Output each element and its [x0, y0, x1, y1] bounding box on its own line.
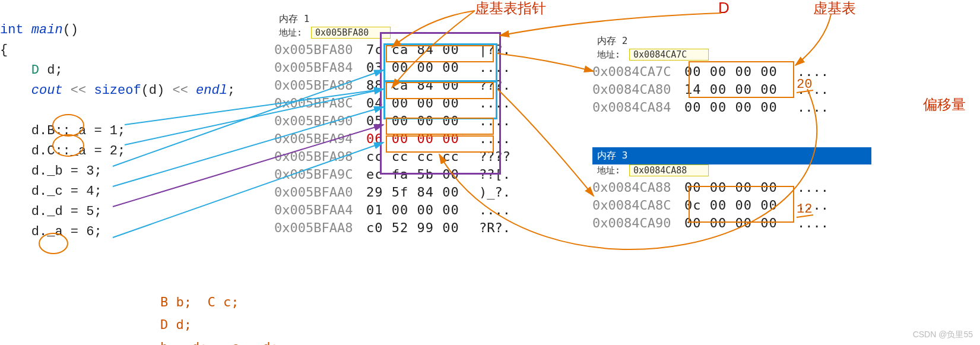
- source-code: int main() { D d; cout << sizeof(d) << e…: [0, 0, 261, 242]
- mem-addr: 0x0084CA8C: [592, 197, 684, 214]
- panel3-addr-label: 地址:: [597, 165, 620, 176]
- panel2-addr-label: 地址:: [597, 49, 620, 60]
- mem-addr: 0x005BFA94: [274, 130, 366, 148]
- bottom-code: B b; C c; D d; b = d; c = d;: [160, 268, 278, 345]
- panel2-title: 内存 2: [592, 33, 871, 49]
- mem-addr: 0x005BFAA4: [274, 201, 366, 219]
- circle-a: [39, 233, 68, 254]
- mem-addr: 0x005BFAA0: [274, 183, 366, 201]
- panel3-addr-input[interactable]: 0x0084CA88: [629, 164, 709, 176]
- mem-addr: 0x0084CA80: [592, 81, 684, 99]
- mem-addr: 0x005BFA90: [274, 112, 366, 130]
- orange-d-box: [386, 118, 494, 135]
- offset-12: 12: [797, 202, 812, 217]
- mem-ascii: ....: [479, 201, 521, 219]
- mem-addr: 0x005BFA8C: [274, 94, 366, 112]
- orange-a-box: [386, 135, 494, 153]
- line-d: d._d = 5;: [0, 204, 102, 219]
- mem-addr: 0x005BFA84: [274, 59, 366, 77]
- label-D: D: [718, 0, 730, 17]
- panel1-addr-input[interactable]: 0x005BFA80: [311, 27, 391, 39]
- mem-addr: 0x005BFA98: [274, 148, 366, 166]
- circle-B-a: [52, 114, 84, 137]
- mem-ascii: ?R?.: [479, 219, 521, 237]
- panel2-addr-input[interactable]: 0x0084CA7C: [629, 49, 709, 61]
- mem-ascii: ....: [797, 99, 839, 116]
- mem-ascii: ....: [797, 179, 839, 197]
- mem-bytes: 01 00 00 00: [366, 201, 479, 219]
- mem-bytes: 00 00 00 00: [684, 99, 797, 116]
- watermark: CSDN @负里55: [913, 330, 973, 340]
- vbtable-B-box: [689, 61, 794, 98]
- mem-bytes: 29 5f 84 00: [366, 183, 479, 201]
- vbtable-C-box: [689, 186, 794, 223]
- mem-addr: 0x0084CA90: [592, 214, 684, 232]
- mem-addr: 0x0084CA88: [592, 179, 684, 197]
- label-offset: 偏移量: [923, 95, 966, 114]
- memory-row: 0x005BFAA401 00 00 00....: [274, 201, 559, 219]
- mem-addr: 0x005BFA9C: [274, 166, 366, 183]
- offset-20: 20: [797, 77, 812, 92]
- mem-addr: 0x0084CA7C: [592, 63, 684, 81]
- line-b: d._b = 3;: [0, 164, 102, 179]
- fn-main: main: [24, 23, 63, 37]
- mem-ascii: )_?.: [479, 183, 521, 201]
- line-c: d._c = 4;: [0, 184, 102, 199]
- panel1-addr-label: 地址:: [279, 27, 302, 38]
- kw-int: int: [0, 23, 24, 37]
- mem-addr: 0x0084CA84: [592, 99, 684, 116]
- mem-addr: 0x005BFA88: [274, 77, 366, 94]
- type-D: D: [31, 63, 39, 78]
- mem-addr: 0x005BFA80: [274, 41, 366, 59]
- mem-ascii: ....: [797, 214, 839, 232]
- circle-C-a: [52, 134, 84, 157]
- panel3-title: 内存 3: [592, 147, 871, 164]
- mem-addr: 0x005BFAA8: [274, 219, 366, 237]
- label-vbptr: 虚基表指针: [475, 0, 546, 18]
- memory-row: 0x0084CA8400 00 00 00....: [592, 99, 871, 116]
- memory-row: 0x005BFAA8c0 52 99 00?R?.: [274, 219, 559, 237]
- orange-vbptr-B: [386, 45, 494, 62]
- obj-cout: cout: [31, 83, 63, 98]
- orange-vbptr-C: [386, 82, 494, 99]
- label-vbtable: 虚基表: [813, 0, 856, 18]
- mem-bytes: c0 52 99 00: [366, 219, 479, 237]
- memory-row: 0x005BFAA029 5f 84 00)_?.: [274, 183, 559, 201]
